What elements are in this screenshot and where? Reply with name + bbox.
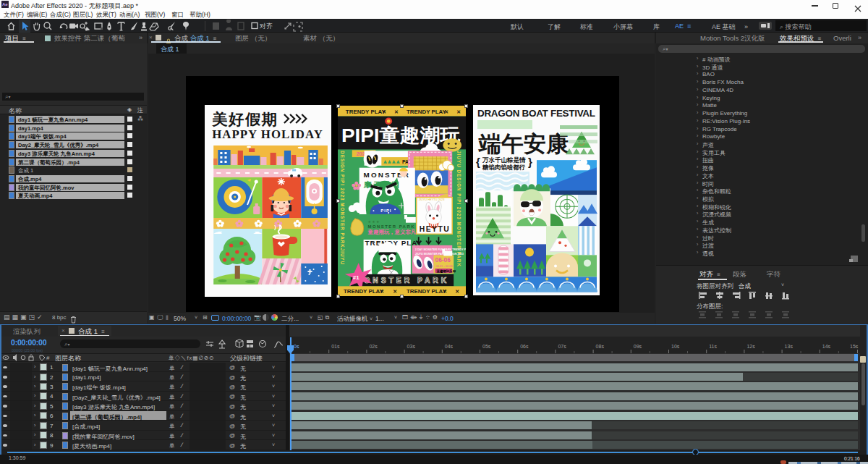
svg-text:TRENDY PLAY: TRENDY PLAY bbox=[344, 288, 384, 295]
svg-text:JIUYU HEYTU 2023: JIUYU HEYTU 2023 bbox=[419, 198, 445, 202]
svg-text:09s: 09s bbox=[634, 344, 642, 349]
svg-text:糖馅肉馅啥都行: 糖馅肉馅啥都行 bbox=[482, 164, 525, 171]
svg-text:✕: ✕ bbox=[393, 289, 397, 294]
svg-text:✕: ✕ bbox=[444, 109, 448, 114]
svg-text:02s: 02s bbox=[369, 344, 378, 349]
svg-text:童趣潮玩，意义非凡: 童趣潮玩，意义非凡 bbox=[367, 229, 417, 235]
svg-text:11s: 11s bbox=[709, 344, 717, 349]
svg-text:万水千山粽是情: 万水千山粽是情 bbox=[482, 156, 526, 164]
svg-text:DESIGN PIPI 2023 MONSTER PARKJ: DESIGN PIPI 2023 MONSTER PARKJIUYU bbox=[340, 151, 345, 265]
svg-text:✕: ✕ bbox=[456, 109, 461, 114]
svg-text:MONSTER PARK: MONSTER PARK bbox=[368, 224, 415, 229]
svg-text:✕: ✕ bbox=[380, 289, 384, 294]
svg-text:05s: 05s bbox=[482, 344, 491, 349]
svg-text:✕: ✕ bbox=[382, 109, 386, 114]
svg-text:14s: 14s bbox=[822, 344, 831, 349]
svg-text:端午安康: 端午安康 bbox=[477, 132, 569, 156]
svg-text:HAPPY HOLIDAY: HAPPY HOLIDAY bbox=[212, 127, 323, 141]
svg-text:#1: #1 bbox=[353, 274, 359, 281]
svg-text:DRAGON BOAT FESTIVAL: DRAGON BOAT FESTIVAL bbox=[477, 108, 595, 119]
svg-text:TRENDY PLAY: TRENDY PLAY bbox=[346, 109, 386, 115]
svg-text:PIPI: PIPI bbox=[380, 208, 391, 213]
svg-text:}: } bbox=[528, 156, 532, 168]
svg-text:美好假期: 美好假期 bbox=[211, 111, 278, 127]
svg-text:{: { bbox=[476, 156, 480, 168]
svg-text:2 DAY MONSTER FUN PARK TRENDY: 2 DAY MONSTER FUN PARK TRENDY PLAY bbox=[415, 248, 466, 251]
svg-text:13s: 13s bbox=[785, 344, 793, 349]
svg-text:0s: 0s bbox=[294, 344, 299, 349]
svg-text:TRENDY PLAY: TRENDY PLAY bbox=[407, 109, 447, 115]
svg-text:08s: 08s bbox=[596, 344, 605, 349]
svg-text:04s: 04s bbox=[445, 344, 454, 349]
svg-text:10s: 10s bbox=[671, 344, 680, 349]
svg-text:✕: ✕ bbox=[455, 289, 459, 294]
svg-text:✕: ✕ bbox=[443, 289, 447, 294]
svg-text:15s: 15s bbox=[850, 344, 859, 349]
svg-text:TRENDY PLAY: TRENDY PLAY bbox=[407, 288, 447, 295]
svg-text:★ ★ ★: ★ ★ ★ bbox=[368, 220, 380, 224]
svg-text:03s: 03s bbox=[407, 344, 416, 349]
svg-text:06s: 06s bbox=[520, 344, 529, 349]
svg-text:01s: 01s bbox=[331, 344, 340, 349]
svg-text:✕: ✕ bbox=[394, 109, 399, 114]
svg-text:12s: 12s bbox=[746, 344, 755, 349]
svg-text:06.01 - 06.06: 06.01 - 06.06 bbox=[435, 264, 452, 268]
svg-text:JIUYU MONSTER PARK DESIGN 2023: JIUYU MONSTER PARK DESIGN 2023 bbox=[415, 253, 464, 256]
svg-text:PIPI童趣潮玩: PIPI童趣潮玩 bbox=[341, 125, 461, 146]
svg-text:HEYTU: HEYTU bbox=[420, 225, 451, 233]
svg-text:07s: 07s bbox=[558, 344, 566, 349]
svg-text:06-06: 06-06 bbox=[435, 256, 451, 263]
